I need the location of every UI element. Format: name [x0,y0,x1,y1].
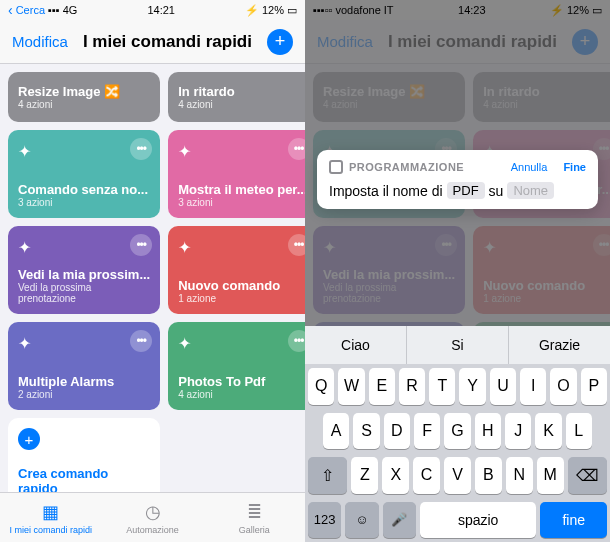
key-r[interactable]: R [399,368,425,405]
key-g[interactable]: G [444,413,470,450]
card-title: Comando senza no... [18,182,150,197]
shortcut-card[interactable]: Resize Image 🔀 4 azioni [8,72,160,122]
shortcut-card[interactable]: ✦ ••• Mostra il meteo per... 3 azioni [168,130,305,218]
key-k[interactable]: K [535,413,561,450]
key-v[interactable]: V [444,457,471,494]
battery-icon: ▭ [287,4,297,17]
key-h[interactable]: H [475,413,501,450]
card-subtitle: Vedi la prossima prenotazione [18,282,150,304]
card-title: Photos To Pdf [178,374,305,389]
more-icon[interactable]: ••• [130,330,152,352]
key-f[interactable]: F [414,413,440,450]
shortcut-card[interactable]: ✦ ••• Multiple Alarms 2 azioni [8,322,160,410]
key-x[interactable]: X [382,457,409,494]
key-n[interactable]: N [506,457,533,494]
delete-key[interactable]: ⌫ [568,457,607,494]
add-button[interactable]: + [267,29,293,55]
card-subtitle: 4 azioni [178,389,305,400]
key-q[interactable]: Q [308,368,334,405]
shortcut-card[interactable]: ✦ ••• Nuovo comando 1 azione [168,226,305,314]
tab-label: Automazione [126,525,179,535]
key-i[interactable]: I [520,368,546,405]
card-subtitle: 1 azione [178,293,305,304]
return-key[interactable]: fine [540,502,607,539]
key-u[interactable]: U [490,368,516,405]
key-c[interactable]: C [413,457,440,494]
shortcut-card[interactable]: ✦ ••• Photos To Pdf 4 azioni [168,322,305,410]
mic-key[interactable]: 🎤 [383,502,416,539]
card-icon: ✦ [18,332,40,354]
popup-text: Imposta il nome di [329,183,443,199]
plus-icon: + [18,428,40,450]
card-icon: ✦ [18,140,40,162]
card-subtitle: 3 azioni [178,197,305,208]
card-title: Vedi la mia prossim... [18,267,150,282]
numbers-key[interactable]: 123 [308,502,341,539]
network-label: 4G [63,4,78,16]
key-m[interactable]: M [537,457,564,494]
back-chevron-icon[interactable]: ‹ [8,2,13,18]
shortcut-card[interactable]: ✦ ••• Comando senza no... 3 azioni [8,130,160,218]
token-pdf[interactable]: PDF [447,182,485,199]
key-a[interactable]: A [323,413,349,450]
key-y[interactable]: Y [459,368,485,405]
phone-right: ▪▪▪▫▫ vodafone IT 14:23 ⚡ 12% ▭ Modifica… [305,0,610,542]
suggestion[interactable]: Grazie [509,326,610,364]
key-w[interactable]: W [338,368,364,405]
space-key[interactable]: spazio [420,502,537,539]
battery-pct: 12% [262,4,284,16]
clock-icon: ◷ [145,501,161,523]
scripting-icon [329,160,343,174]
create-label: Crea comando rapido [18,466,150,492]
edit-button[interactable]: Modifica [12,33,68,50]
tab-gallery[interactable]: ≣ Galleria [203,493,305,542]
tab-automation[interactable]: ◷ Automazione [102,493,204,542]
popup-text: su [489,183,504,199]
key-l[interactable]: L [566,413,592,450]
more-icon[interactable]: ••• [130,138,152,160]
more-icon[interactable]: ••• [130,234,152,256]
key-p[interactable]: P [581,368,607,405]
key-j[interactable]: J [505,413,531,450]
card-title: Multiple Alarms [18,374,150,389]
card-icon: ✦ [178,236,200,258]
tab-shortcuts[interactable]: ▦ I miei comandi rapidi [0,493,102,542]
key-b[interactable]: B [475,457,502,494]
shortcut-card[interactable]: ✦ ••• Vedi la mia prossim... Vedi la pro… [8,226,160,314]
charging-icon: ⚡ [245,4,259,17]
shortcut-card[interactable]: In ritardo 4 azioni [168,72,305,122]
suggestion[interactable]: Si [407,326,509,364]
suggestion-bar: Ciao Si Grazie [305,326,610,364]
card-title: In ritardo [178,84,305,99]
tab-bar: ▦ I miei comandi rapidi ◷ Automazione ≣ … [0,492,305,542]
card-subtitle: 4 azioni [18,99,150,110]
phone-left: ‹ Cerca ▪▪▪ 4G 14:21 ⚡ 12% ▭ Modifica I … [0,0,305,542]
suggestion[interactable]: Ciao [305,326,407,364]
emoji-key[interactable]: ☺ [345,502,378,539]
card-title: Nuovo comando [178,278,305,293]
nav-bar: Modifica I miei comandi rapidi + [0,20,305,64]
card-title: Mostra il meteo per... [178,182,305,197]
more-icon[interactable]: ••• [288,234,305,256]
card-icon: ✦ [18,236,40,258]
card-title: Resize Image 🔀 [18,84,150,99]
cancel-button[interactable]: Annulla [511,161,548,173]
clock: 14:21 [147,4,175,16]
key-e[interactable]: E [369,368,395,405]
key-t[interactable]: T [429,368,455,405]
more-icon[interactable]: ••• [288,330,305,352]
search-label[interactable]: Cerca [16,4,45,16]
card-subtitle: 3 azioni [18,197,150,208]
key-o[interactable]: O [550,368,576,405]
more-icon[interactable]: ••• [288,138,305,160]
create-shortcut-card[interactable]: + Crea comando rapido [8,418,160,492]
done-button[interactable]: Fine [563,161,586,173]
shift-key[interactable]: ⇧ [308,457,347,494]
key-z[interactable]: Z [351,457,378,494]
token-name-field[interactable]: Nome [507,182,554,199]
popup-category: PROGRAMMAZIONE [349,161,464,173]
key-d[interactable]: D [384,413,410,450]
key-s[interactable]: S [353,413,379,450]
grid-icon: ▦ [42,501,59,523]
keyboard: Ciao Si Grazie QWERTYUIOP ASDFGHJKL ⇧ ZX… [305,326,610,542]
